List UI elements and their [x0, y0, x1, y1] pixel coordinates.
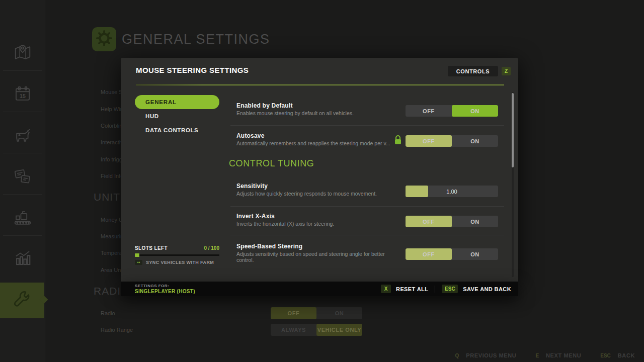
page-icon — [92, 27, 116, 51]
off-button[interactable]: OFF — [406, 135, 452, 147]
tab-hud[interactable]: HUD — [145, 113, 159, 119]
setting-desc: Inverts the horizontal (X) axis for stee… — [236, 221, 409, 227]
bg-setting-label: Measurin — [101, 233, 123, 239]
bg-setting-label: Info trigg — [101, 156, 122, 162]
row-divider — [230, 125, 504, 126]
sidebar-item-calendar: 15 — [0, 77, 45, 113]
active-tab-notch — [40, 296, 48, 304]
bg-menu-footer: Q PREVIOUS MENU E NEXT MENU ESC BACK — [455, 352, 635, 358]
sidebar-item-animals — [0, 119, 45, 154]
setting-desc: Adjusts sensitivity based on speed and s… — [236, 251, 403, 263]
bg-radio-range-always-button: ALWAYS — [271, 324, 316, 336]
previous-menu-label: PREVIOUS MENU — [466, 352, 516, 358]
slots-left-label: SLOTS LEFT — [135, 245, 168, 251]
off-button[interactable]: OFF — [406, 216, 452, 227]
sidebar-divider — [3, 194, 42, 195]
map-icon — [13, 43, 32, 64]
speed-based-steering-toggle: OFF ON — [406, 248, 498, 260]
setting-desc: Automatically remembers and reapplies th… — [236, 140, 409, 146]
setting-name: Invert X-Axis — [236, 213, 408, 220]
sidebar-item-settings-active — [0, 283, 44, 318]
settings-for-label: SETTINGS FOR: — [135, 284, 195, 288]
reset-all-button[interactable]: RESET ALL — [396, 286, 428, 292]
setting-name: Autosave — [236, 132, 408, 139]
gear-icon — [96, 30, 113, 49]
bg-setting-label: Money U — [101, 217, 123, 223]
screen: 15 — [0, 0, 644, 362]
bg-radio-range-label: Radio Range — [101, 327, 133, 333]
autosave-toggle: OFF ON — [406, 135, 498, 147]
slots-progress-fill — [135, 253, 139, 257]
dialog-title: MOUSE STEERING SETTINGS — [136, 66, 249, 74]
dialog-scrollbar[interactable] — [512, 92, 514, 277]
bg-radio-range-vehicle-only-button: VEHICLE ONLY — [316, 324, 362, 336]
on-button[interactable]: ON — [452, 248, 498, 260]
sensitivity-slider[interactable]: 1.00 — [406, 186, 498, 197]
background-sidebar: 15 — [0, 0, 45, 362]
setting-desc: Enables mouse steering by default on all… — [236, 110, 409, 116]
bg-setting-label: Area Uni — [101, 267, 122, 273]
bg-radio-toggle: OFF ON — [271, 307, 362, 319]
bg-radio-label: Radio — [101, 310, 115, 316]
sidebar-item-contracts — [0, 160, 45, 195]
invert-x-axis-toggle: OFF ON — [406, 216, 498, 227]
sidebar-item-production — [0, 201, 45, 236]
previous-menu-key: Q — [455, 353, 459, 358]
sidebar-item-map — [0, 36, 45, 71]
bg-setting-label: Interactiv — [101, 139, 123, 145]
sidebar-divider — [3, 153, 42, 153]
setting-row-sensitivity: Sensitivity — [236, 183, 408, 190]
on-button[interactable]: ON — [452, 105, 498, 117]
section-header-control-tuning: CONTROL TUNING — [229, 158, 314, 169]
footer-separator — [435, 286, 435, 293]
off-button[interactable]: OFF — [406, 105, 452, 117]
save-and-back-button[interactable]: SAVE AND BACK — [463, 286, 511, 292]
sidebar-divider — [3, 70, 42, 71]
on-button[interactable]: ON — [452, 216, 498, 227]
setting-name: Sensitivity — [236, 183, 408, 190]
scrollbar-thumb[interactable] — [512, 93, 514, 167]
bg-setting-label: Field Info — [101, 173, 123, 179]
bg-radio-on-button: ON — [316, 307, 362, 319]
row-divider — [230, 235, 504, 235]
save-key-badge: ESC — [442, 285, 458, 293]
next-menu-key: E — [535, 353, 539, 358]
calendar-day-label: 15 — [20, 93, 26, 99]
controls-key-badge: Z — [502, 67, 511, 75]
setting-name: Speed-Based Steering — [236, 243, 408, 250]
animals-icon — [13, 126, 33, 147]
contracts-icon — [13, 167, 32, 188]
off-button[interactable]: OFF — [406, 248, 452, 260]
slots-progress-bar — [135, 254, 219, 256]
calendar-icon: 15 — [13, 84, 32, 106]
page-title: GENERAL SETTINGS — [122, 32, 270, 47]
row-divider — [230, 206, 504, 207]
dialog-footer: SETTINGS FOR: SINGLEPLAYER (HOST) X RESE… — [121, 282, 518, 296]
slider-value: 1.00 — [406, 186, 498, 197]
next-menu-label: NEXT MENU — [546, 352, 581, 358]
back-label: BACK — [618, 352, 635, 358]
tab-general[interactable]: GENERAL — [135, 95, 219, 109]
mouse-steering-dialog: MOUSE STEERING SETTINGS CONTROLS Z GENER… — [121, 58, 518, 282]
sync-key-badge: ↔ — [135, 260, 142, 265]
tab-data-controls[interactable]: DATA CONTROLS — [145, 127, 198, 133]
bg-setting-label: Help Win — [101, 106, 123, 112]
setting-row-speed-based-steering: Speed-Based Steering — [236, 243, 408, 250]
on-button[interactable]: ON — [452, 135, 498, 147]
sidebar-item-statistics — [0, 241, 45, 277]
slots-block: SLOTS LEFT 0 / 100 ↔ SYNC VEHICLES WITH … — [135, 245, 219, 265]
lock-icon — [394, 135, 401, 147]
setting-desc: Adjusts how quickly steering responds to… — [236, 191, 409, 197]
statistics-icon — [13, 248, 32, 269]
sync-vehicles-row[interactable]: ↔ SYNC VEHICLES WITH FARM — [135, 260, 219, 265]
sync-vehicles-label: SYNC VEHICLES WITH FARM — [146, 260, 214, 265]
bg-radio-off-button: OFF — [271, 307, 316, 319]
sidebar-divider — [3, 112, 42, 112]
production-icon — [13, 208, 33, 230]
sidebar-divider — [3, 235, 42, 236]
setting-row-enabled-by-default: Enabled by Default — [236, 102, 408, 109]
enabled-by-default-toggle: OFF ON — [406, 105, 498, 117]
controls-button[interactable]: CONTROLS — [448, 66, 498, 76]
setting-name: Enabled by Default — [236, 102, 408, 109]
reset-key-badge: X — [381, 285, 391, 293]
